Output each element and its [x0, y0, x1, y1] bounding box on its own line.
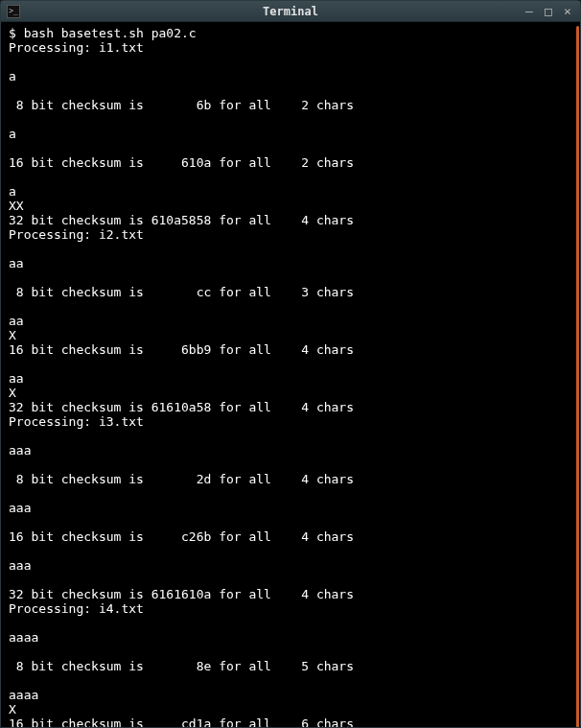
command-text: bash basetest.sh pa02.c [24, 26, 197, 40]
maximize-button[interactable]: □ [542, 5, 555, 17]
output-line: Processing: i3.txt [9, 414, 144, 429]
output-line: X [9, 328, 16, 342]
titlebar[interactable]: >_ Terminal – □ × [1, 1, 580, 22]
prompt-symbol: $ [9, 26, 16, 40]
output-line: 8 bit checksum is 2d for all 4 chars [9, 472, 354, 486]
output-line: 8 bit checksum is 6b for all 2 chars [9, 98, 354, 112]
output-line: a [9, 184, 16, 199]
minimize-button[interactable]: – [523, 5, 536, 17]
output-line: Processing: i1.txt [9, 40, 144, 55]
output-line: 16 bit checksum is 610a for all 2 chars [9, 155, 354, 170]
output-line: X [9, 386, 16, 400]
output-line: 32 bit checksum is 61610a58 for all 4 ch… [9, 400, 354, 414]
terminal-icon: >_ [7, 5, 20, 18]
output-line: a [9, 127, 16, 141]
output-line: aaa [9, 443, 31, 458]
output-line: Processing: i4.txt [9, 601, 144, 616]
output-line: 32 bit checksum is 610a5858 for all 4 ch… [9, 213, 354, 227]
output-line: aa [9, 314, 24, 328]
window-controls: – □ × [523, 5, 574, 17]
output-line: 16 bit checksum is 6bb9 for all 4 chars [9, 342, 354, 357]
close-button[interactable]: × [561, 5, 574, 17]
output-line: 16 bit checksum is c26b for all 4 chars [9, 529, 354, 544]
scrollbar-thumb[interactable] [576, 26, 579, 727]
output-line: 8 bit checksum is 8e for all 5 chars [9, 659, 354, 673]
output-line: aaa [9, 501, 31, 515]
output-line: XX [9, 199, 24, 213]
output-line: 8 bit checksum is cc for all 3 chars [9, 285, 354, 299]
output-line: 16 bit checksum is cd1a for all 6 chars [9, 716, 354, 727]
window-title: Terminal [263, 5, 318, 18]
terminal-output[interactable]: $ bash basetest.sh pa02.c Processing: i1… [1, 22, 580, 727]
output-line: X [9, 702, 16, 716]
output-line: aaa [9, 558, 31, 573]
output-line: aa [9, 256, 24, 270]
output-line: a [9, 69, 16, 83]
output-line: Processing: i2.txt [9, 227, 144, 242]
output-line: 32 bit checksum is 6161610a for all 4 ch… [9, 587, 354, 601]
output-line: aaaa [9, 630, 38, 645]
output-line: aaaa [9, 688, 38, 702]
output-line: aa [9, 371, 24, 386]
terminal-window: >_ Terminal – □ × $ bash basetest.sh pa0… [0, 0, 581, 728]
